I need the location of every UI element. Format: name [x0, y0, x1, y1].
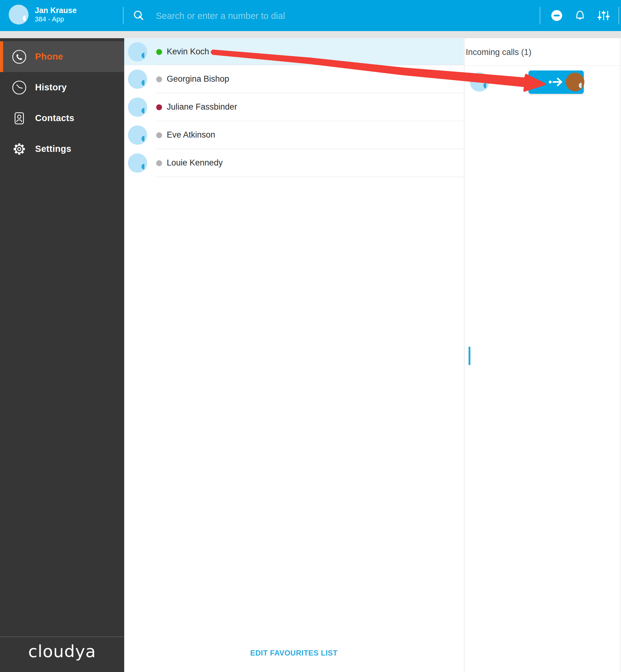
contact-avatar [128, 70, 147, 89]
status-dnd-icon [549, 7, 565, 24]
cloudya-app: Jan Krause 384 - App [0, 0, 621, 672]
contacts-icon [12, 111, 27, 126]
current-user[interactable]: Jan Krause 384 - App [9, 5, 77, 25]
contact-avatar [128, 125, 147, 145]
sidebar-item-contacts[interactable]: Contacts [0, 103, 124, 133]
person-icon [569, 76, 582, 88]
sidebar: Phone History Contacts [0, 38, 124, 672]
incoming-calls-divider [464, 66, 621, 66]
person-icon [131, 72, 144, 86]
header-divider [619, 7, 619, 24]
favourite-contact-row[interactable]: Georgina Bishop [124, 65, 464, 93]
contact-avatar [128, 42, 147, 61]
top-bar: Jan Krause 384 - App [0, 0, 621, 31]
sidebar-item-settings[interactable]: Settings [0, 133, 124, 164]
presence-dot [156, 49, 162, 55]
favourite-contact-row[interactable]: Eve Atkinson [124, 121, 464, 149]
search-input[interactable] [155, 7, 495, 24]
settings-icon [12, 141, 27, 157]
presence-dot [156, 160, 162, 166]
contact-avatar [128, 97, 147, 117]
person-icon [11, 7, 26, 22]
sidebar-item-label: Phone [35, 51, 63, 62]
sidebar-item-label: Settings [35, 144, 72, 154]
person-icon [131, 156, 144, 170]
contact-name: Georgina Bishop [167, 74, 229, 84]
search-icon [133, 10, 144, 21]
cloudya-logo: cloudya [0, 641, 124, 661]
contact-avatar [128, 154, 147, 173]
header-divider [540, 7, 540, 24]
favourite-contact-row[interactable]: Louie Kennedy [124, 149, 464, 177]
history-icon [12, 80, 27, 95]
window-right-edge [620, 38, 620, 672]
user-extension: 384 - App [35, 15, 77, 24]
transfer-call-button[interactable] [529, 71, 584, 94]
bell-icon [572, 7, 588, 24]
edit-favourites-button[interactable]: EDIT FAVOURITES LIST [124, 648, 464, 658]
user-avatar [9, 5, 29, 25]
scroll-indicator [468, 346, 470, 365]
notifications-button[interactable] [572, 7, 588, 24]
favourite-contact-row[interactable]: Juliane Fassbinder [124, 93, 464, 121]
sidebar-item-phone[interactable]: Phone [0, 41, 124, 72]
phone-icon [12, 49, 27, 64]
contact-name: Juliane Fassbinder [167, 102, 237, 112]
transfer-target-avatar[interactable] [566, 73, 584, 91]
header-shadow-strip [0, 31, 621, 38]
audio-settings-button[interactable] [595, 7, 612, 24]
favourites-panel: Kevin Koch Georgina Bishop Juliane Fassb… [124, 38, 464, 672]
status-dnd-button[interactable] [549, 7, 565, 24]
caller-avatar [470, 72, 489, 92]
sidebar-item-label: History [35, 82, 67, 92]
header-divider [123, 7, 124, 24]
sliders-icon [595, 7, 612, 24]
person-icon [131, 45, 144, 59]
sidebar-item-history[interactable]: History [0, 72, 124, 103]
person-icon [131, 100, 144, 114]
contact-name: Kevin Koch [167, 47, 209, 56]
sidebar-item-label: Contacts [35, 113, 74, 123]
incoming-calls-panel: Incoming calls (1) [464, 38, 621, 672]
contact-name: Eve Atkinson [167, 130, 215, 140]
user-meta: Jan Krause 384 - App [35, 6, 77, 24]
favourite-contact-row[interactable]: Kevin Koch [124, 39, 464, 65]
presence-dot [156, 76, 162, 82]
incoming-calls-title: Incoming calls (1) [466, 47, 532, 57]
presence-dot [156, 104, 162, 110]
user-name: Jan Krause [35, 6, 77, 15]
person-icon [472, 75, 486, 89]
presence-dot [156, 132, 162, 138]
person-icon [131, 128, 144, 142]
transfer-arrow-icon [548, 77, 565, 87]
contact-name: Louie Kennedy [167, 158, 223, 168]
sidebar-divider [0, 637, 124, 637]
